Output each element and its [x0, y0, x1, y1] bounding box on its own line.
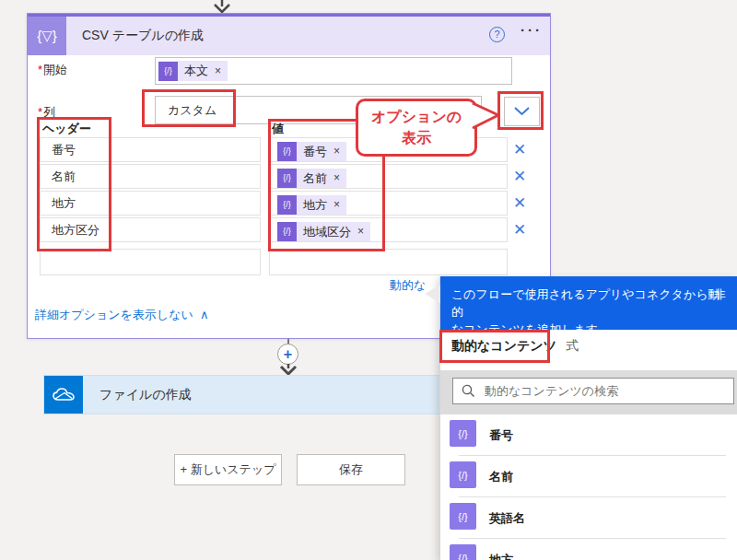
value-cell[interactable]: {/} 地域区分 × [269, 217, 508, 242]
body-token-chip[interactable]: {/} 本文 × [158, 61, 228, 81]
panel-hide-link[interactable]: 非 [714, 286, 726, 303]
value-cell-empty[interactable] [269, 249, 508, 275]
dynamic-token-icon: {/} [450, 420, 476, 447]
chevron-down-icon [514, 107, 530, 116]
header-cell[interactable]: 地方区分 [40, 217, 261, 242]
csv-card-header[interactable]: {▽} CSV テーブルの作成 [28, 14, 550, 55]
dynamic-token-icon: {/} [450, 461, 476, 488]
tab-dynamic-content[interactable]: 動的なコンテンツ [451, 338, 556, 355]
panel-banner-line1: このフローで使用されるアプリやコネクタから動的 [451, 286, 726, 321]
value-token-chip[interactable]: {/} 地方 × [277, 195, 346, 216]
annotation-callout-pointer [472, 98, 503, 134]
insert-step-button[interactable]: + [277, 344, 298, 365]
csv-connector-icon: {▽} [28, 17, 66, 55]
header-cell[interactable]: 番号 [40, 137, 261, 162]
header-cell[interactable]: 名前 [40, 164, 261, 189]
value-cell[interactable]: {/} 名前 × [269, 164, 508, 189]
panel-beak [425, 285, 440, 303]
dynamic-token-icon: {/} [450, 503, 476, 530]
chip-remove-icon[interactable]: × [333, 140, 340, 162]
chip-remove-icon[interactable]: × [357, 220, 364, 242]
onedrive-cloud-icon [44, 376, 83, 414]
columns-select-field[interactable]: カスタム [155, 96, 482, 124]
start-input[interactable]: {/} 本文 × [155, 57, 512, 85]
chip-remove-icon[interactable]: × [333, 193, 340, 216]
add-dynamic-content-link[interactable]: 動的な [390, 277, 426, 294]
panel-banner: このフローで使用されるアプリやコネクタから動的 なコンテンツを追加します。 非 [440, 276, 737, 330]
divider [459, 538, 726, 539]
dynamic-content-item[interactable]: 番号 [489, 427, 513, 444]
dynamic-content-panel: このフローで使用されるアプリやコネクタから動的 なコンテンツを追加します。 非 … [439, 276, 737, 560]
columns-field-label: *列 [38, 104, 55, 121]
start-field-label: *開始 [38, 62, 67, 78]
divider [459, 496, 726, 497]
value-token-chip[interactable]: {/} 番号 × [277, 142, 346, 162]
body-token-label: 本文 [184, 63, 208, 79]
chip-remove-icon[interactable]: × [333, 167, 340, 189]
dynamic-content-item[interactable]: 英語名 [489, 510, 525, 527]
hide-advanced-options-link[interactable]: 詳細オプションを表示しない ∧ [35, 307, 209, 323]
chevron-up-icon: ∧ [200, 308, 209, 321]
delete-row-button[interactable]: ✕ [509, 192, 531, 215]
required-asterisk: * [38, 63, 42, 76]
save-button[interactable]: 保存 [297, 454, 405, 485]
value-column-title: 値 [272, 121, 284, 137]
divider [459, 455, 726, 456]
dynamic-content-item[interactable]: 地方 [489, 552, 513, 560]
new-step-button[interactable]: + 新しいステップ [174, 454, 282, 485]
delete-row-button[interactable]: ✕ [509, 219, 531, 241]
header-column-title: ヘッダー [42, 121, 91, 137]
value-token-chip[interactable]: {/} 名前 × [277, 169, 346, 189]
header-cell[interactable]: 地方 [40, 191, 261, 216]
help-icon[interactable]: ? [489, 27, 505, 42]
header-cell-empty[interactable] [40, 249, 261, 275]
tab-expression[interactable]: 式 [566, 338, 579, 355]
search-icon [462, 384, 475, 398]
dynamic-token-icon: {/} [277, 142, 297, 161]
dynamic-token-icon: {/} [158, 62, 178, 81]
flow-arrow-top-icon [212, 0, 232, 14]
dynamic-token-icon: {/} [450, 544, 476, 560]
show-options-chevron-button[interactable] [504, 97, 540, 126]
dynamic-token-icon: {/} [277, 222, 297, 241]
file-card-title: ファイルの作成 [99, 387, 192, 403]
dynamic-content-search-input[interactable] [483, 383, 733, 399]
delete-row-button[interactable]: ✕ [509, 139, 531, 161]
search-box[interactable] [452, 378, 734, 404]
dynamic-token-icon: {/} [277, 169, 297, 188]
value-token-chip[interactable]: {/} 地域区分 × [277, 222, 370, 242]
required-asterisk: * [38, 105, 42, 119]
panel-banner-line2: なコンテンツを追加します。 [451, 321, 726, 338]
delete-row-button[interactable]: ✕ [509, 166, 531, 188]
dynamic-token-icon: {/} [277, 195, 297, 215]
value-cell[interactable]: {/} 地方 × [269, 191, 508, 216]
dynamic-content-item[interactable]: 名前 [489, 469, 513, 485]
value-cell[interactable]: {/} 番号 × [269, 137, 508, 162]
chip-remove-icon[interactable]: × [215, 64, 221, 77]
ellipsis-menu-icon[interactable]: ··· [518, 19, 545, 41]
csv-card-title: CSV テーブルの作成 [82, 28, 204, 44]
